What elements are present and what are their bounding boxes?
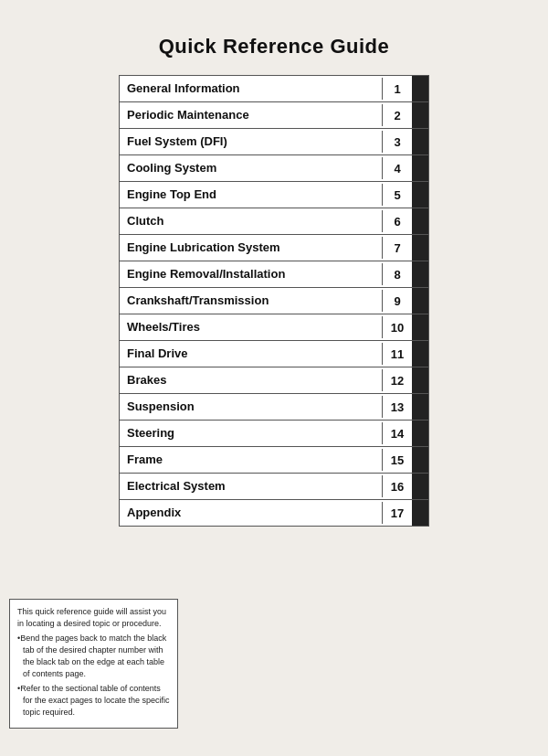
table-row[interactable]: Brakes12 xyxy=(119,367,429,393)
row-tab xyxy=(412,314,428,340)
table-row[interactable]: Crankshaft/Transmission9 xyxy=(119,287,429,314)
row-number: 4 xyxy=(383,158,412,179)
row-label: Final Drive xyxy=(120,343,383,366)
row-tab xyxy=(412,129,428,154)
row-label: Engine Lubrication System xyxy=(120,237,383,260)
row-number: 11 xyxy=(383,344,412,365)
row-tab xyxy=(412,261,428,287)
row-label: Electrical System xyxy=(120,475,383,498)
table-row[interactable]: Frame15 xyxy=(119,446,429,473)
page: Quick Reference Guide General Informatio… xyxy=(0,0,548,756)
note-box: This quick reference guide will assist y… xyxy=(9,599,178,729)
table-row[interactable]: Electrical System16 xyxy=(119,473,429,499)
table-row[interactable]: Suspension13 xyxy=(119,393,429,420)
row-tab xyxy=(412,341,428,367)
row-tab xyxy=(412,288,428,314)
table-row[interactable]: Fuel System (DFI)3 xyxy=(119,128,429,154)
row-tab xyxy=(412,155,428,181)
row-tab xyxy=(412,421,428,446)
row-label: Engine Removal/Installation xyxy=(120,263,383,286)
row-number: 13 xyxy=(383,397,412,418)
table-row[interactable]: Engine Lubrication System7 xyxy=(119,234,429,261)
table-row[interactable]: Engine Top End5 xyxy=(119,181,429,208)
row-label: Clutch xyxy=(120,210,383,233)
table-row[interactable]: Wheels/Tires10 xyxy=(119,314,429,340)
table-row[interactable]: Appendix17 xyxy=(119,499,429,527)
row-number: 8 xyxy=(383,264,412,285)
row-label: Periodic Maintenance xyxy=(120,104,383,127)
row-tab xyxy=(412,102,428,128)
row-tab xyxy=(412,182,428,208)
table-row[interactable]: Steering14 xyxy=(119,420,429,446)
table-row[interactable]: General Information1 xyxy=(119,75,429,101)
row-label: Crankshaft/Transmission xyxy=(120,290,383,313)
row-number: 2 xyxy=(383,105,412,126)
row-label: Wheels/Tires xyxy=(120,316,383,339)
row-label: Frame xyxy=(120,449,383,472)
row-label: Suspension xyxy=(120,396,383,419)
table-row[interactable]: Periodic Maintenance2 xyxy=(119,101,429,128)
table-row[interactable]: Engine Removal/Installation8 xyxy=(119,261,429,287)
row-tab xyxy=(412,474,428,499)
row-number: 10 xyxy=(383,317,412,338)
row-number: 9 xyxy=(383,291,412,312)
note-bullet1: •Bend the pages back to match the black … xyxy=(17,633,170,680)
row-tab xyxy=(412,76,428,101)
row-label: Engine Top End xyxy=(120,184,383,207)
row-label: Steering xyxy=(120,422,383,445)
row-number: 7 xyxy=(383,238,412,259)
row-number: 5 xyxy=(383,185,412,206)
row-tab xyxy=(412,235,428,261)
row-tab xyxy=(412,447,428,473)
row-number: 3 xyxy=(383,132,412,153)
table-row[interactable]: Clutch6 xyxy=(119,208,429,234)
row-number: 15 xyxy=(383,450,412,471)
row-number: 12 xyxy=(383,370,412,391)
row-tab xyxy=(412,500,428,526)
row-tab xyxy=(412,208,428,234)
row-tab xyxy=(412,367,428,393)
reference-table: General Information1Periodic Maintenance… xyxy=(119,75,429,527)
table-row[interactable]: Final Drive11 xyxy=(119,340,429,367)
row-tab xyxy=(412,394,428,420)
row-number: 16 xyxy=(383,476,412,497)
row-number: 14 xyxy=(383,423,412,444)
note-bullet2: •Refer to the sectional table of content… xyxy=(17,683,170,719)
row-number: 1 xyxy=(383,79,412,100)
page-title: Quick Reference Guide xyxy=(0,35,548,59)
row-label: Cooling System xyxy=(120,157,383,180)
row-label: Appendix xyxy=(120,502,383,525)
note-intro: This quick reference guide will assist y… xyxy=(17,606,170,630)
row-label: General Information xyxy=(120,78,383,101)
row-label: Brakes xyxy=(120,369,383,392)
row-number: 17 xyxy=(383,503,412,524)
title-section: Quick Reference Guide xyxy=(0,0,548,75)
row-number: 6 xyxy=(383,211,412,232)
table-row[interactable]: Cooling System4 xyxy=(119,154,429,181)
row-label: Fuel System (DFI) xyxy=(120,131,383,154)
